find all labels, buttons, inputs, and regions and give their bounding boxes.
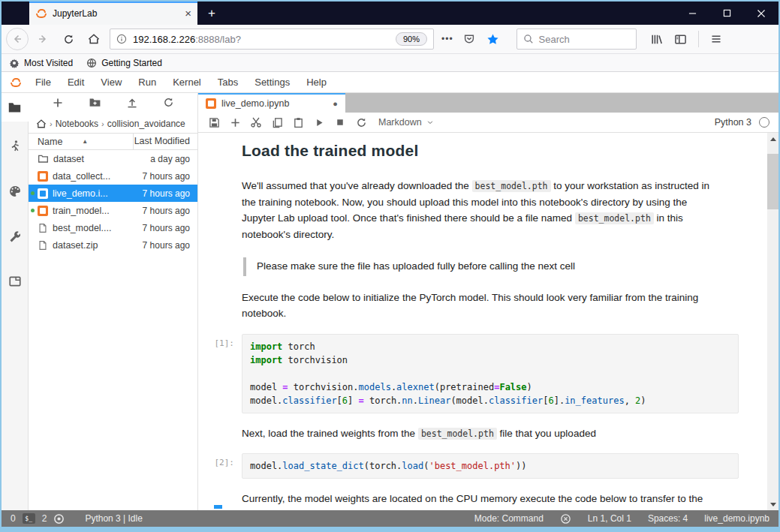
file-row-dataset-zip[interactable]: dataset.zip7 hours ago: [29, 236, 197, 254]
scrollbar-track[interactable]: [767, 145, 778, 498]
spaces-indicator[interactable]: Spaces: 4: [648, 513, 688, 524]
restart-button[interactable]: [351, 113, 371, 131]
menu-hamburger-icon[interactable]: [705, 28, 727, 50]
activity-bar: [2, 93, 29, 510]
save-button[interactable]: [204, 113, 224, 131]
markdown-cell[interactable]: Execute the code below to initialize the…: [198, 285, 767, 329]
paste-button[interactable]: [288, 113, 308, 131]
zoom-level-badge[interactable]: 90%: [396, 32, 427, 46]
copy-button[interactable]: [267, 113, 287, 131]
file-row-dataset[interactable]: dataseta day ago: [29, 150, 197, 167]
file-row-best_model-[interactable]: best_model....7 hours ago: [29, 219, 197, 236]
menu-tabs[interactable]: Tabs: [209, 72, 246, 93]
markdown-paragraph: Currently, the model weights are located…: [242, 491, 722, 510]
library-icon[interactable]: [646, 28, 668, 50]
scroll-up-icon[interactable]: [767, 133, 778, 145]
reload-button[interactable]: [57, 28, 80, 50]
code-cell[interactable]: [1]:import torchimport torchvision model…: [198, 331, 767, 419]
breadcrumb-collision-avoidance[interactable]: collision_avoidance: [107, 119, 185, 129]
forward-button[interactable]: [32, 28, 54, 50]
scroll-down-icon[interactable]: [767, 498, 778, 510]
notebook-file-icon: [38, 188, 48, 199]
sidebar-tab-files[interactable]: [2, 93, 29, 122]
minimize-button[interactable]: [675, 2, 709, 25]
file-row-data_collect-[interactable]: data_collect...7 hours ago: [29, 167, 197, 185]
cell-prompt: [2]:: [198, 450, 242, 485]
file-list: dataseta day agodata_collect...7 hours a…: [29, 150, 197, 254]
url-bar[interactable]: 192.168.2.226:8888/lab? 90%: [110, 29, 434, 50]
column-header-name[interactable]: Name ▲: [29, 137, 133, 147]
menu-settings[interactable]: Settings: [246, 72, 298, 93]
inline-code: best_model.pth: [575, 212, 654, 224]
upload-button[interactable]: [126, 97, 138, 112]
cell-prompt: [198, 139, 242, 172]
menu-view[interactable]: View: [92, 72, 130, 93]
menu-edit[interactable]: Edit: [59, 72, 92, 93]
kernel-name: Python 3: [715, 117, 751, 128]
sidebar-tab-palette[interactable]: [2, 177, 29, 206]
markdown-cell[interactable]: Load the trained model: [198, 139, 767, 172]
refresh-button[interactable]: [163, 97, 174, 111]
sidebar-tab-inspector[interactable]: [2, 222, 29, 251]
scrollbar-thumb[interactable]: [767, 154, 778, 209]
statusbar-filename[interactable]: live_demo.ipynb: [704, 513, 769, 524]
kernel-indicator[interactable]: Python 3: [715, 117, 772, 128]
notebook-tab[interactable]: live_demo.ipynb ●: [198, 93, 345, 113]
cursor-position[interactable]: Ln 1, Col 1: [588, 513, 631, 524]
bookmark-getting-started[interactable]: Getting Started: [86, 58, 162, 68]
menu-help[interactable]: Help: [298, 72, 335, 93]
sidebar-toggle-icon[interactable]: [670, 28, 692, 50]
menu-run[interactable]: Run: [130, 72, 164, 93]
kernels-count[interactable]: 2: [42, 513, 47, 524]
markdown-cell[interactable]: Next, load the trained weights from the …: [198, 421, 767, 449]
bell-off-icon[interactable]: [560, 513, 571, 524]
column-header-modified[interactable]: Last Modified: [133, 134, 197, 149]
kernel-running-dot: [31, 209, 35, 212]
cell-prompt: [198, 285, 242, 329]
terminals-count[interactable]: 0: [11, 513, 16, 524]
home-icon[interactable]: [36, 119, 47, 129]
search-box[interactable]: Search: [516, 29, 637, 50]
file-row-live_demo-i-[interactable]: live_demo.i...7 hours ago: [29, 185, 197, 202]
browser-tab-jupyterlab[interactable]: JupyterLab ×: [29, 2, 197, 25]
notebook-scrollbar[interactable]: [767, 133, 778, 510]
file-row-train_model-[interactable]: train_model...7 hours ago: [29, 202, 197, 219]
back-button[interactable]: [6, 28, 29, 50]
kernel-status-text[interactable]: Python 3 | Idle: [85, 513, 143, 524]
bookmark-most-visited[interactable]: Most Visited: [9, 58, 73, 68]
site-info-icon[interactable]: [116, 34, 127, 44]
new-launcher-button[interactable]: [52, 97, 64, 112]
close-button[interactable]: [744, 2, 778, 25]
cut-button[interactable]: [246, 113, 266, 131]
markdown-cell[interactable]: Currently, the model weights are located…: [198, 486, 767, 510]
folder-file-icon: [38, 153, 49, 164]
markdown-cell[interactable]: Please make sure the file has uploaded f…: [198, 251, 767, 283]
url-text[interactable]: 192.168.2.226:8888/lab?: [133, 34, 390, 45]
unsaved-dot-icon[interactable]: ●: [333, 99, 338, 108]
markdown-cell[interactable]: We'll assumed that you've already downlo…: [198, 173, 767, 250]
home-button[interactable]: [83, 28, 105, 50]
mode-indicator[interactable]: Mode: Command: [474, 513, 544, 524]
bookmark-star-icon[interactable]: [482, 28, 504, 50]
cell-type-dropdown[interactable]: Markdown: [378, 117, 434, 128]
sidebar-tab-running[interactable]: [2, 132, 29, 161]
menu-kernel[interactable]: Kernel: [164, 72, 209, 93]
new-tab-button[interactable]: +: [197, 2, 226, 25]
maximize-button[interactable]: [709, 2, 744, 25]
new-folder-button[interactable]: [89, 96, 101, 112]
code-cell[interactable]: [2]:model.load_state_dict(torch.load('be…: [198, 450, 767, 485]
tab-close-icon[interactable]: ×: [185, 8, 191, 19]
code-editor[interactable]: model.load_state_dict(torch.load('best_m…: [242, 453, 739, 479]
sidebar-tab-tabs[interactable]: [2, 267, 29, 296]
add-cell-button[interactable]: [225, 113, 245, 131]
menu-file[interactable]: File: [27, 72, 59, 93]
stop-button[interactable]: [330, 113, 350, 131]
page-actions-ellipsis-icon[interactable]: •••: [438, 34, 456, 44]
code-editor[interactable]: import torchimport torchvision model = t…: [242, 334, 739, 413]
titlebar-spacer: [2, 2, 29, 25]
jupyterlab-menubar: FileEditViewRunKernelTabsSettingsHelp: [2, 72, 778, 93]
run-button[interactable]: [309, 113, 329, 131]
url-host: 192.168.2.226: [133, 34, 195, 45]
pocket-icon[interactable]: [458, 28, 480, 50]
breadcrumb-notebooks[interactable]: Notebooks: [56, 119, 98, 129]
